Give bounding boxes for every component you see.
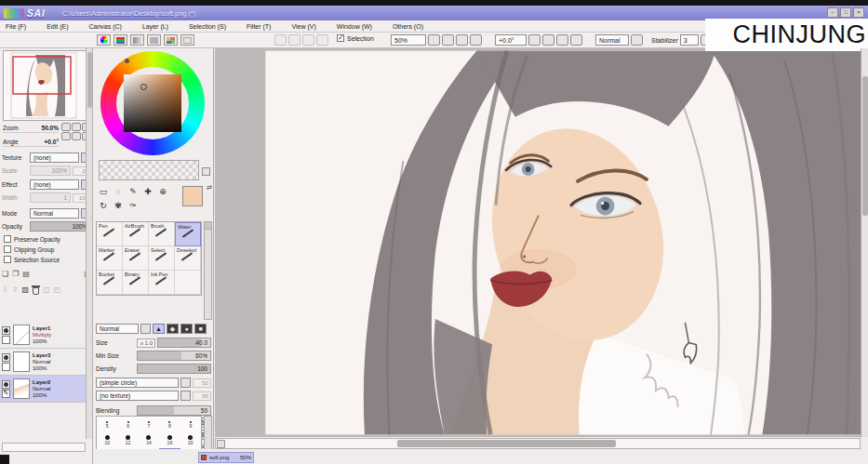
selpen-tool-icon[interactable]: ✎ <box>127 186 140 198</box>
selection-visibility-checkbox[interactable]: Selection <box>337 34 374 42</box>
selection-source-option[interactable]: Selection Source <box>4 256 60 263</box>
color-wheel-toggle-icon[interactable] <box>97 34 111 46</box>
color-wheel[interactable] <box>100 51 205 155</box>
brush-texture-strength[interactable]: 95 <box>193 391 211 401</box>
lasso-tool-icon[interactable]: ◌ <box>112 186 125 198</box>
canvas-zoom-field[interactable]: 50% <box>391 34 426 46</box>
clipping-group-checkbox[interactable] <box>4 245 11 253</box>
navigator-thumbnail[interactable] <box>3 50 88 121</box>
stabilizer-field[interactable]: 3 <box>680 34 699 46</box>
preset-5[interactable]: 5 <box>97 417 117 432</box>
layer-opacity-slider[interactable]: 100% <box>30 221 91 232</box>
menu-view[interactable]: View (V) <box>291 23 315 30</box>
paint-mode-dropdown-button[interactable] <box>631 34 643 46</box>
layer3-visibility-icon[interactable] <box>2 353 10 362</box>
layer-row-1[interactable]: Layer1 Multiply 100% <box>0 322 87 349</box>
paint-mode-dropdown[interactable]: Normal <box>595 34 629 46</box>
rotate-ccw-button[interactable] <box>528 34 541 46</box>
tool-bucket[interactable]: Bucket <box>97 271 123 295</box>
scratchpad-toggle-icon[interactable] <box>180 34 194 46</box>
minimize-button[interactable]: – <box>827 7 838 18</box>
menu-file[interactable]: File (F) <box>6 23 26 30</box>
hscroll-thumb[interactable] <box>397 440 616 447</box>
brush-shape-dropdown-button[interactable] <box>180 378 191 388</box>
new-layer-set-icon[interactable]: ❐ <box>12 270 19 278</box>
zoom-fit-button[interactable] <box>456 34 468 46</box>
preset-10[interactable]: 10 <box>97 432 117 448</box>
zoom-in-button[interactable] <box>442 34 454 46</box>
tool-water-selected[interactable]: Water <box>175 222 201 246</box>
zoom-reset-button[interactable] <box>470 34 482 46</box>
brush-size-unit[interactable]: x 1.0 <box>137 338 155 348</box>
panel-horizontal-scrollbar[interactable] <box>2 443 86 452</box>
layer1-extra-box[interactable] <box>2 336 10 344</box>
zoom-tool-icon[interactable]: ⊕ <box>156 186 169 198</box>
brush-edge-flat-icon[interactable]: ■ <box>194 324 207 334</box>
toolgrid-scrollbar[interactable] <box>204 221 212 320</box>
tool-deselect[interactable]: Deselect <box>175 246 201 271</box>
new-folder-icon[interactable]: ▤ <box>22 270 30 278</box>
selection-checkbox-box[interactable] <box>337 34 344 42</box>
close-button[interactable]: × <box>853 7 864 18</box>
canvas-horizontal-scrollbar[interactable] <box>215 438 861 449</box>
menu-selection[interactable]: Selection (S) <box>189 23 226 30</box>
brush-mode-dropdown[interactable]: Normal <box>96 324 139 334</box>
angle-reset-button[interactable] <box>570 34 582 46</box>
rect-select-tool-icon[interactable]: ▭ <box>97 186 110 198</box>
menu-others[interactable]: Others (O) <box>393 23 423 30</box>
menu-layer[interactable]: Layer (L) <box>142 23 168 30</box>
effect-dropdown[interactable]: (none) <box>30 179 79 190</box>
preserve-opacity-checkbox[interactable] <box>4 235 11 243</box>
tool-binary[interactable]: Binary <box>123 271 149 295</box>
menu-canvas[interactable]: Canvas (C) <box>89 23 122 30</box>
flip-button[interactable] <box>556 34 568 46</box>
rotate-tool-icon[interactable]: ↻ <box>97 200 110 212</box>
brush-size-slider[interactable]: 40.0 <box>157 338 211 348</box>
eyedropper-tool-icon[interactable]: ✑ <box>127 200 140 212</box>
delete-layer-icon[interactable] <box>33 287 39 295</box>
layer2-editing-icon[interactable]: ✎ <box>2 390 10 398</box>
invert-selection-button[interactable] <box>316 34 328 46</box>
canvas-vertical-scrollbar[interactable] <box>861 48 868 437</box>
tool-marker[interactable]: Marker <box>97 246 123 271</box>
preset-12[interactable]: 12 <box>117 432 138 448</box>
preserve-opacity-option[interactable]: Preserve Opacity <box>4 235 60 243</box>
tool-airbrush[interactable]: AirBrush <box>123 222 149 246</box>
density-slider[interactable]: 100 <box>137 364 211 374</box>
swap-colors-icon[interactable]: ⇄ <box>207 184 212 192</box>
nav-zoom-in-button[interactable] <box>72 123 81 131</box>
layer-mode-dropdown[interactable]: Normal <box>30 208 79 219</box>
brush-texture-dropdown[interactable]: (no texture) <box>96 391 179 401</box>
brush-edge-round2-icon[interactable]: ● <box>180 324 193 334</box>
scratchpad-menu-button[interactable] <box>202 167 210 176</box>
layer3-extra-box[interactable] <box>2 363 10 371</box>
layer-row-3-selected[interactable]: ✎ Layer2 Normal 100% <box>0 376 87 403</box>
brush-shape-dropdown[interactable]: (simple circle) <box>96 378 179 388</box>
tool-select[interactable]: Select <box>149 246 175 271</box>
layer-row-2[interactable]: Layer3 Normal 100% <box>0 349 87 376</box>
nav-rotate-ccw-button[interactable] <box>61 132 71 140</box>
foreground-color-swatch[interactable] <box>182 186 203 206</box>
merge-down-icon[interactable]: ⇧ <box>12 285 19 294</box>
preset-20[interactable]: 20 <box>180 432 201 448</box>
transfer-down-icon[interactable]: ⇩ <box>2 285 8 294</box>
move-tool-icon[interactable]: ✚ <box>141 186 154 198</box>
clear-layer-icon[interactable]: ▨ <box>21 285 29 294</box>
tool-empty-slot[interactable] <box>175 271 201 295</box>
canvas-angle-field[interactable]: +0.0° <box>495 34 527 46</box>
rgb-slider-toggle-icon[interactable] <box>114 34 127 46</box>
new-layer-icon[interactable]: ❏ <box>2 270 8 278</box>
menu-edit[interactable]: Edit (E) <box>47 23 68 30</box>
min-size-slider[interactable]: 60% <box>137 351 211 361</box>
brush-mode-dropdown-button[interactable] <box>140 324 151 334</box>
preset-6[interactable]: 6 <box>117 417 138 432</box>
tool-eraser[interactable]: Eraser <box>123 246 149 271</box>
clipping-group-option[interactable]: Clipping Group <box>4 245 54 253</box>
nav-rotate-cw-button[interactable] <box>72 132 81 140</box>
tool-pen[interactable]: Pen <box>97 222 123 246</box>
tool-brush[interactable]: Brush <box>149 222 175 246</box>
texture-dropdown[interactable]: (none) <box>30 152 79 163</box>
layer-mask-icon[interactable]: ◫ <box>43 285 50 294</box>
redo-button[interactable] <box>288 34 300 46</box>
saturation-value-square[interactable] <box>124 74 181 132</box>
